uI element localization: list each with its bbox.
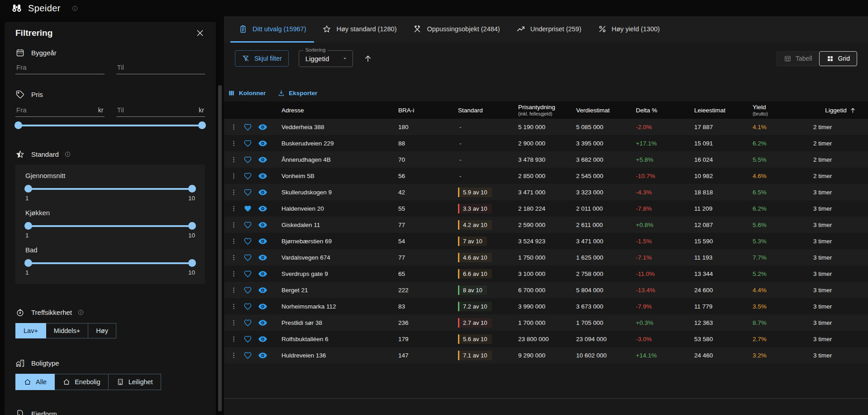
standard-info-icon[interactable]: [64, 151, 71, 158]
watch-eye-icon[interactable]: [258, 188, 267, 197]
boligtype-option-leilighet[interactable]: Leilighet: [108, 374, 161, 390]
favorite-heart-icon[interactable]: [243, 335, 252, 343]
watch-eye-icon[interactable]: [258, 302, 267, 311]
watch-eye-icon[interactable]: [258, 171, 267, 181]
favorite-heart-icon[interactable]: [243, 286, 252, 294]
slider-handle-max[interactable]: [188, 185, 196, 193]
slider-track[interactable]: [25, 262, 195, 264]
tab-oppussingsobjekt[interactable]: Oppussingsobjekt (2484): [405, 16, 508, 43]
tab-hoy-standard[interactable]: Høy standard (1280): [314, 16, 405, 43]
watch-eye-icon[interactable]: [258, 318, 267, 328]
watch-eye-icon[interactable]: [258, 334, 267, 344]
byggear-til-input[interactable]: Til: [116, 58, 205, 74]
treffsikkerhet-option-lav[interactable]: Lav+: [15, 323, 46, 338]
watch-eye-icon[interactable]: [258, 285, 267, 295]
slider-handle-min[interactable]: [24, 185, 32, 193]
cell-leieestimat: 10 982: [694, 173, 753, 179]
standard-sliders-box: Gjennomsnitt110Kjøkken110Bad110: [15, 164, 205, 284]
favorite-heart-icon[interactable]: [243, 253, 252, 262]
close-icon[interactable]: [195, 28, 205, 38]
slider-handle-max[interactable]: [198, 121, 206, 129]
boligtype-option-alle[interactable]: Alle: [15, 374, 55, 390]
favorite-heart-icon[interactable]: [243, 172, 252, 180]
favorite-heart-icon[interactable]: [243, 270, 252, 278]
pris-range-slider[interactable]: [15, 121, 205, 130]
range-slider[interactable]: [25, 259, 195, 267]
row-menu-icon[interactable]: [230, 123, 238, 131]
favorite-heart-icon[interactable]: [243, 318, 252, 327]
boligtype-option-enebolig[interactable]: Enebolig: [54, 374, 108, 390]
favorite-heart-icon[interactable]: [243, 302, 252, 311]
hide-filter-button[interactable]: Skjul filter: [235, 50, 289, 67]
watch-eye-icon[interactable]: [258, 155, 267, 164]
row-menu-icon[interactable]: [230, 335, 238, 343]
slider-track[interactable]: [15, 125, 205, 126]
row-menu-icon[interactable]: [230, 270, 238, 278]
favorite-heart-icon[interactable]: [243, 237, 252, 246]
row-menu-icon[interactable]: [230, 254, 238, 261]
pris-til-input[interactable]: Til kr: [116, 100, 205, 117]
range-slider[interactable]: [25, 222, 195, 230]
slider-handle-max[interactable]: [188, 222, 196, 230]
sort-select[interactable]: Sortering Liggetid: [299, 50, 353, 67]
watch-eye-icon[interactable]: [258, 351, 267, 360]
scrollbar-thumb[interactable]: [218, 85, 222, 411]
tab-underpriset[interactable]: Underpriset (259): [508, 16, 590, 43]
watch-eye-icon[interactable]: [258, 122, 267, 132]
treffsikkerhet-option-middels[interactable]: Middels+: [46, 323, 88, 338]
header-adresse[interactable]: Adresse: [281, 107, 398, 114]
row-menu-icon[interactable]: [230, 352, 238, 359]
cell-address: Vardalsvegen 674: [281, 254, 398, 261]
favorite-heart-icon[interactable]: [243, 351, 252, 360]
header-delta[interactable]: Delta %: [636, 107, 694, 114]
favorite-heart-icon[interactable]: [243, 139, 252, 148]
view-table-button[interactable]: Tabell: [777, 51, 819, 66]
slider-track[interactable]: [25, 188, 195, 190]
treffsikkerhet-info-icon[interactable]: [77, 309, 84, 316]
header-verdiestimat[interactable]: Verdiestimat: [576, 107, 636, 114]
slider-handle-min[interactable]: [24, 222, 32, 230]
pris-fra-input[interactable]: Fra kr: [15, 100, 105, 117]
header-liggetid[interactable]: Liggetid: [813, 107, 868, 114]
row-menu-icon[interactable]: [230, 205, 238, 212]
row-menu-icon[interactable]: [230, 221, 238, 229]
row-menu-icon[interactable]: [230, 303, 238, 310]
treffsikkerhet-option-høy[interactable]: Høy: [88, 323, 116, 338]
slider-handle-min[interactable]: [24, 259, 32, 267]
view-grid-button[interactable]: Grid: [819, 51, 857, 66]
range-slider[interactable]: [25, 185, 195, 193]
favorite-heart-icon[interactable]: [243, 188, 252, 197]
row-menu-icon[interactable]: [230, 319, 238, 327]
header-leieestimat[interactable]: Leieestimat: [694, 107, 753, 114]
watch-eye-icon[interactable]: [258, 139, 267, 148]
slider-handle-min[interactable]: [14, 121, 22, 129]
row-menu-icon[interactable]: [230, 286, 238, 294]
watch-eye-icon[interactable]: [258, 269, 267, 279]
app-info-icon[interactable]: [72, 5, 78, 12]
byggear-fra-input[interactable]: Fra: [15, 58, 105, 74]
tab-ditt-utvalg[interactable]: Ditt utvalg (15967): [230, 16, 314, 43]
header-prisantydning[interactable]: Prisantydning(inkl. fellesgjeld): [518, 104, 576, 116]
header-yield[interactable]: Yield(brutto): [753, 104, 813, 116]
favorite-heart-icon[interactable]: [243, 123, 252, 131]
row-menu-icon[interactable]: [230, 140, 238, 147]
columns-button[interactable]: Kolonner: [228, 89, 266, 97]
export-button[interactable]: Eksporter: [277, 89, 317, 97]
watch-eye-icon[interactable]: [258, 220, 267, 230]
row-menu-icon[interactable]: [230, 188, 238, 196]
slider-handle-max[interactable]: [188, 259, 196, 267]
sort-direction-icon[interactable]: [363, 53, 373, 63]
favorite-heart-icon[interactable]: [243, 204, 252, 213]
header-bra[interactable]: BRA-i: [398, 107, 458, 114]
watch-eye-icon[interactable]: [258, 253, 267, 262]
row-menu-icon[interactable]: [230, 237, 238, 245]
favorite-heart-icon[interactable]: [243, 155, 252, 164]
row-menu-icon[interactable]: [230, 156, 238, 164]
watch-eye-icon[interactable]: [258, 204, 267, 213]
favorite-heart-icon[interactable]: [243, 221, 252, 229]
header-standard[interactable]: Standard: [458, 107, 518, 114]
tab-hoy-yield[interactable]: Høy yield (1300): [590, 16, 668, 43]
watch-eye-icon[interactable]: [258, 236, 267, 246]
slider-track[interactable]: [25, 225, 195, 227]
row-menu-icon[interactable]: [230, 172, 238, 180]
